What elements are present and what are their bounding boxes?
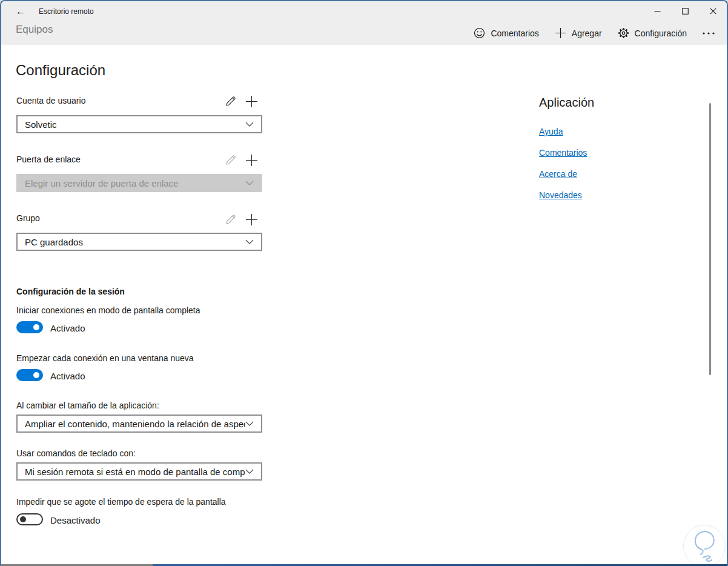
screen-timeout-state: Desactivado xyxy=(50,515,101,525)
window-title: Escritorio remoto xyxy=(39,1,94,21)
header-actions: Comentarios Agregar Configuración xyxy=(474,21,715,45)
screen-timeout-label: Impedir que se agote el tiempo de espera… xyxy=(16,497,226,507)
maximize-icon xyxy=(682,8,689,15)
screen-timeout-toggle[interactable] xyxy=(16,513,43,525)
add-label: Agregar xyxy=(572,28,602,38)
group-select[interactable]: PC guardados xyxy=(16,233,262,251)
app-header: Equipos Comentarios Agregar xyxy=(1,21,727,45)
plus-icon xyxy=(245,154,258,167)
lightbulb-icon xyxy=(689,529,720,563)
group-value: PC guardados xyxy=(25,237,245,247)
new-window-toggle[interactable] xyxy=(16,369,43,381)
new-window-label: Empezar cada conexión en una ventana nue… xyxy=(16,353,194,363)
remote-desktop-window: ← Escritorio remoto Equipos xyxy=(0,0,728,566)
gateway-label: Puerta de enlace xyxy=(16,155,81,164)
chevron-down-icon xyxy=(245,469,254,474)
add-group-button[interactable] xyxy=(245,213,258,226)
pencil-icon xyxy=(225,155,236,166)
back-button[interactable]: ← xyxy=(10,1,31,21)
user-account-value: Solvetic xyxy=(25,119,245,130)
plus-icon xyxy=(245,213,258,226)
chevron-down-icon xyxy=(245,122,254,127)
gateway-placeholder: Elegir un servidor de puerta de enlace xyxy=(25,178,245,188)
chevron-down-icon xyxy=(245,181,254,185)
vertical-scrollbar[interactable] xyxy=(709,103,711,375)
edit-gateway-button[interactable] xyxy=(223,153,237,167)
lightbulb-watermark xyxy=(683,525,726,566)
maximize-button[interactable] xyxy=(671,1,699,21)
minimize-icon xyxy=(654,8,661,15)
keyboard-label: Usar comandos de teclado con: xyxy=(16,448,136,458)
add-gateway-button[interactable] xyxy=(245,153,258,167)
toggle-knob xyxy=(20,516,26,522)
session-settings-title: Configuración de la sesión xyxy=(16,287,125,296)
feedback-link[interactable]: Comentarios xyxy=(539,148,587,158)
edit-user-account-button[interactable] xyxy=(223,95,237,108)
settings-content: Configuración Cuenta de usuario Solvetic… xyxy=(1,45,727,566)
ellipsis-icon xyxy=(703,32,715,35)
toggle-knob xyxy=(33,324,39,330)
titlebar: ← Escritorio remoto xyxy=(1,1,727,21)
fullscreen-label: Iniciar conexiones en modo de pantalla c… xyxy=(16,305,200,315)
close-button[interactable] xyxy=(699,1,727,21)
group-label: Grupo xyxy=(16,213,40,223)
smiley-icon xyxy=(474,27,485,39)
more-options-button[interactable] xyxy=(703,32,715,35)
settings-button[interactable]: Configuración xyxy=(618,27,687,39)
app-panel-title: Aplicación xyxy=(539,96,594,110)
pencil-icon xyxy=(225,214,236,225)
help-link[interactable]: Ayuda xyxy=(539,127,563,136)
feedback-label: Comentarios xyxy=(491,28,538,38)
user-account-select[interactable]: Solvetic xyxy=(16,115,262,133)
add-user-account-button[interactable] xyxy=(245,95,258,108)
keyboard-value: Mi sesión remota si está en modo de pant… xyxy=(25,467,245,477)
page-section-title: Equipos xyxy=(16,24,53,36)
whats-new-link[interactable]: Novedades xyxy=(539,190,582,200)
close-icon xyxy=(710,8,716,15)
resize-value: Ampliar el contenido, manteniendo la rel… xyxy=(25,419,245,429)
minimize-button[interactable] xyxy=(643,1,671,21)
new-window-state: Activado xyxy=(50,371,85,381)
chevron-down-icon xyxy=(245,421,254,426)
pencil-icon xyxy=(225,96,236,107)
keyboard-select[interactable]: Mi sesión remota si está en modo de pant… xyxy=(16,462,262,481)
feedback-button[interactable]: Comentarios xyxy=(474,27,538,39)
fullscreen-state: Activado xyxy=(50,323,85,333)
back-arrow-icon: ← xyxy=(16,6,25,17)
gateway-select: Elegir un servidor de puerta de enlace xyxy=(16,174,262,192)
add-button[interactable]: Agregar xyxy=(555,27,602,39)
page-title: Configuración xyxy=(16,62,105,79)
window-controls xyxy=(643,1,727,21)
settings-label: Configuración xyxy=(635,28,687,38)
plus-icon xyxy=(555,27,566,39)
plus-icon xyxy=(245,95,258,108)
resize-select[interactable]: Ampliar el contenido, manteniendo la rel… xyxy=(16,415,262,433)
edit-group-button[interactable] xyxy=(223,213,237,226)
chevron-down-icon xyxy=(245,239,254,244)
fullscreen-toggle[interactable] xyxy=(16,321,43,333)
about-link[interactable]: Acerca de xyxy=(539,169,577,179)
user-account-label: Cuenta de usuario xyxy=(16,96,85,105)
toggle-knob xyxy=(33,372,39,378)
resize-label: Al cambiar el tamaño de la aplicación: xyxy=(16,401,159,410)
gear-icon xyxy=(618,27,629,39)
